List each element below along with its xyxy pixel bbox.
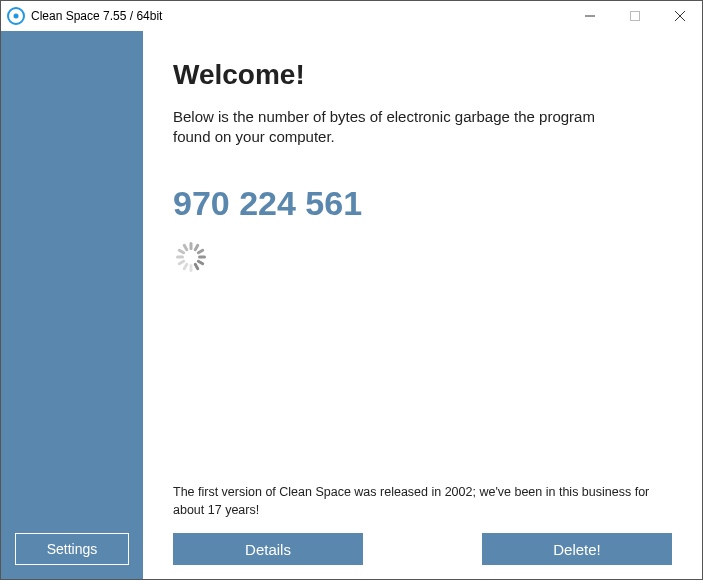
- settings-button[interactable]: Settings: [15, 533, 129, 565]
- loading-spinner-icon: [175, 241, 207, 273]
- byte-count: 970 224 561: [173, 184, 672, 223]
- close-button[interactable]: [657, 1, 702, 31]
- minimize-button[interactable]: [567, 1, 612, 31]
- client-area: Settings Welcome! Below is the number of…: [1, 31, 702, 579]
- maximize-button: [612, 1, 657, 31]
- app-icon: [7, 7, 25, 25]
- delete-button[interactable]: Delete!: [482, 533, 672, 565]
- details-button[interactable]: Details: [173, 533, 363, 565]
- description-text: Below is the number of bytes of electron…: [173, 107, 633, 148]
- action-row: Details Delete!: [173, 533, 672, 565]
- welcome-heading: Welcome!: [173, 59, 672, 91]
- window-controls: [567, 1, 702, 31]
- titlebar: Clean Space 7.55 / 64bit: [1, 1, 702, 31]
- sidebar: Settings: [1, 31, 143, 579]
- footer-note: The first version of Clean Space was rel…: [173, 484, 672, 519]
- window-title: Clean Space 7.55 / 64bit: [31, 9, 162, 23]
- svg-rect-1: [630, 12, 639, 21]
- main-panel: Welcome! Below is the number of bytes of…: [143, 31, 702, 579]
